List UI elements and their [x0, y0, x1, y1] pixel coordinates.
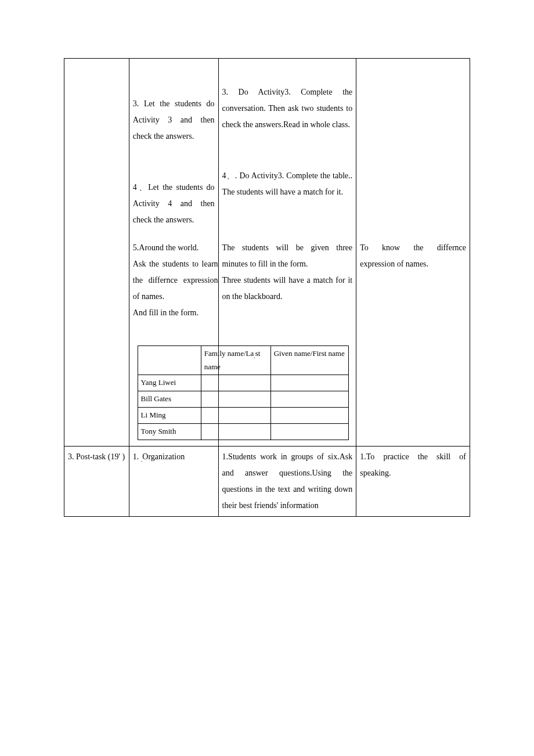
names-row-1: Yang Liwei	[138, 375, 349, 391]
names-cell-given3	[270, 407, 349, 423]
teacher-text-item3: 3. Let the students do Activity 3 and th…	[133, 96, 215, 145]
names-row-3: Li Ming	[138, 407, 349, 423]
step-cell-empty-item5	[64, 237, 129, 446]
purpose-cell-empty-top	[356, 59, 470, 238]
names-table: Family name/La.st name Given name/First …	[138, 345, 349, 440]
teacher-cell-posttask: 1. .Organization	[129, 446, 218, 516]
names-row-2: Bill Gates	[138, 391, 349, 408]
student-cell-posttask: 1.Students work in groups of six.Ask and…	[218, 446, 356, 516]
names-row-4: Tony Smith	[138, 423, 349, 440]
student-text-item5a: The students will be given three minutes…	[219, 240, 353, 272]
lesson-row-item5: 5.Around the world. Ask the students to …	[64, 237, 470, 446]
lesson-plan-table: 3. Let the students do Activity 3 and th…	[64, 58, 470, 517]
purpose-cell-item5: To know the differnce expression of name…	[356, 237, 470, 446]
teacher-text-item5b: Ask the students to learn the differnce …	[133, 256, 218, 305]
step-text: 3. Post-task (19' )	[68, 449, 125, 465]
names-header-family: Family name/La.st name	[201, 346, 270, 375]
teacher-text-item5c: And fill in the form.	[133, 305, 218, 321]
purpose-cell-posttask: 1.To practice the skill of speaking.	[356, 446, 470, 516]
names-cell-family4	[201, 423, 270, 440]
teacher-cell-continuation: 3. Let the students do Activity 3 and th…	[129, 59, 218, 238]
step-cell-posttask: 3. Post-task (19' )	[64, 446, 129, 516]
lesson-row-continuation: 3. Let the students do Activity 3 and th…	[64, 59, 470, 238]
teacher-text-item4: 4、Let the students do Activity 4 and the…	[133, 179, 215, 228]
names-cell-family2	[201, 391, 270, 408]
student-cell-continuation: 3. Do Activity3. Complete the conversati…	[218, 59, 356, 238]
student-text-item4: 4、. Do Activity3. Complete the table.. T…	[222, 168, 353, 200]
names-cell-name3: Li Ming	[138, 407, 201, 423]
names-header-empty	[138, 346, 201, 375]
student-text-item5b: Three students will have a match for it …	[219, 272, 353, 305]
teacher-text-item5a: 5.Around the world.	[133, 243, 199, 252]
teacher-text-org: 1. .Organization	[133, 449, 215, 466]
names-table-header-row: Family name/La.st name Given name/First …	[138, 346, 349, 375]
names-cell-name2: Bill Gates	[138, 391, 201, 408]
names-cell-family1	[201, 375, 270, 391]
student-text-posttask: 1.Students work in groups of six.Ask and…	[222, 449, 353, 514]
names-cell-given1	[270, 375, 349, 391]
lesson-row-posttask: 3. Post-task (19' ) 1. .Organization 1.S…	[64, 446, 470, 516]
student-text-item3: 3. Do Activity3. Complete the conversati…	[222, 84, 353, 133]
names-cell-given2	[270, 391, 349, 408]
names-cell-given4	[270, 423, 349, 440]
step-cell-empty	[64, 59, 129, 238]
purpose-text-posttask: 1.To practice the skill of speaking.	[360, 449, 466, 481]
names-cell-name1: Yang Liwei	[138, 375, 201, 391]
names-cell-family3	[201, 407, 270, 423]
names-header-given: Given name/First name	[270, 346, 349, 375]
purpose-text-item5: To know the differnce expression of name…	[360, 240, 466, 272]
student-cell-item5: The students will be given three minutes…	[218, 237, 356, 446]
names-cell-name4: Tony Smith	[138, 423, 201, 440]
